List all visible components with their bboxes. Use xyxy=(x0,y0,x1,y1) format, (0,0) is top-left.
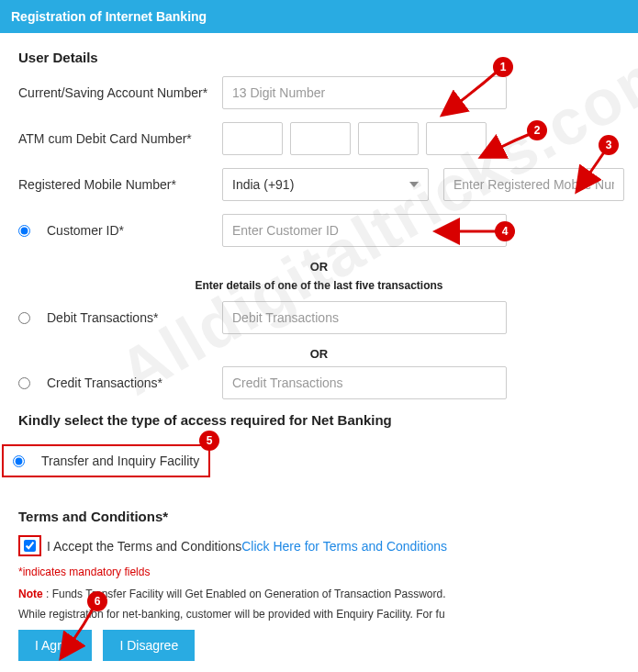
chevron-down-icon xyxy=(409,182,419,187)
access-title: Kindly select the type of access require… xyxy=(18,412,620,428)
access-option-box: Transfer and Inquiry Facility xyxy=(2,444,210,477)
account-input[interactable] xyxy=(222,76,507,109)
note-2: While registration for net-banking, cust… xyxy=(18,608,620,621)
last-five-text: Enter details of one of the last five tr… xyxy=(18,279,620,292)
terms-checkbox-wrap xyxy=(18,535,41,556)
access-radio[interactable] xyxy=(13,455,25,467)
note-1: Note : Funds Transfer Facility will Get … xyxy=(18,588,620,600)
credit-row: Credit Transactions* xyxy=(18,366,620,399)
page-header: Registration of Internet Banking xyxy=(0,0,638,33)
account-row: Current/Saving Account Number* xyxy=(18,76,620,109)
form-container: User Details Current/Saving Account Numb… xyxy=(0,33,638,672)
customer-id-radio[interactable] xyxy=(18,225,30,237)
agree-button[interactable]: I Agree xyxy=(18,630,92,661)
credit-label: Credit Transactions* xyxy=(47,375,162,390)
account-label: Current/Saving Account Number* xyxy=(18,85,222,100)
mobile-input[interactable] xyxy=(443,168,624,201)
mobile-label: Registered Mobile Number* xyxy=(18,177,222,192)
country-code-value: India (+91) xyxy=(232,177,294,192)
note-label: Note xyxy=(18,588,43,600)
or-text-1: OR xyxy=(18,260,620,274)
atm-seg-1[interactable] xyxy=(222,122,283,155)
credit-radio[interactable] xyxy=(18,377,30,389)
mandatory-note: *indicates mandatory fields xyxy=(18,566,620,578)
customer-id-label: Customer ID* xyxy=(47,223,124,238)
terms-accept-row: I Accept the Terms and Conditions Click … xyxy=(18,535,620,556)
or-text-2: OR xyxy=(18,347,620,361)
terms-checkbox[interactable] xyxy=(24,540,36,552)
button-row: I Agree I Disagree xyxy=(18,630,620,661)
atm-seg-3[interactable] xyxy=(358,122,419,155)
terms-title: Terms and Conditions* xyxy=(18,509,620,524)
customer-id-input[interactable] xyxy=(222,214,507,247)
atm-seg-4[interactable] xyxy=(426,122,487,155)
credit-input[interactable] xyxy=(222,366,507,399)
page-title: Registration of Internet Banking xyxy=(11,9,207,24)
debit-row: Debit Transactions* xyxy=(18,301,620,334)
note-1-text: : Funds Transfer Facility will Get Enabl… xyxy=(43,588,446,600)
country-code-select[interactable]: India (+91) xyxy=(222,168,429,201)
customer-id-row: Customer ID* xyxy=(18,214,620,247)
atm-seg-2[interactable] xyxy=(290,122,351,155)
debit-radio[interactable] xyxy=(18,312,30,324)
terms-link[interactable]: Click Here for Terms and Conditions xyxy=(241,539,447,554)
mobile-row: Registered Mobile Number* India (+91) xyxy=(18,168,620,201)
debit-label: Debit Transactions* xyxy=(47,310,158,325)
atm-row: ATM cum Debit Card Number* xyxy=(18,122,620,155)
atm-label: ATM cum Debit Card Number* xyxy=(18,131,222,146)
debit-input[interactable] xyxy=(222,301,507,334)
access-option-label: Transfer and Inquiry Facility xyxy=(41,454,199,468)
disagree-button[interactable]: I Disagree xyxy=(103,630,195,661)
terms-accept-text: I Accept the Terms and Conditions xyxy=(47,539,241,554)
user-details-title: User Details xyxy=(18,50,620,65)
